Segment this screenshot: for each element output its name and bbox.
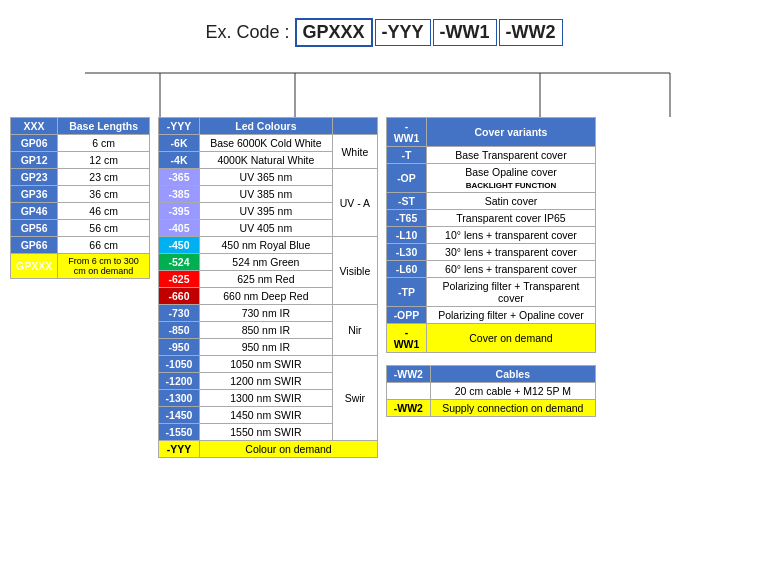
- ww1-sub: BACKLIGHT FUNCTION: [466, 181, 557, 190]
- ww1-section: -WW1 Cover variants -T Base Transparent …: [386, 117, 596, 417]
- main-content: XXX Base Lengths GP06 6 cm GP12 12 cm GP…: [10, 117, 758, 458]
- connector-lines: [10, 65, 758, 117]
- ww1-desc: Satin cover: [426, 193, 595, 210]
- yyy-desc: 850 nm IR: [200, 322, 333, 339]
- ww1-desc: Base Transparent cover: [426, 147, 595, 164]
- ww1-code: -OPP: [387, 307, 427, 324]
- yyy-desc: UV 395 nm: [200, 203, 333, 220]
- yyy-section: -YYY Led Colours -6K Base 6000K Cold Whi…: [158, 117, 378, 458]
- table-row: -TP Polarizing filter + Transparent cove…: [387, 278, 596, 307]
- yyy-category: Nir: [332, 305, 377, 356]
- ww1-code: -L10: [387, 227, 427, 244]
- xxx-code-demand: GPXXX: [11, 254, 58, 279]
- ww1-code: -T65: [387, 210, 427, 227]
- yyy-desc: 660 nm Deep Red: [200, 288, 333, 305]
- yyy-category: UV - A: [332, 169, 377, 237]
- ww2-desc-demand: Supply connection on demand: [430, 400, 595, 417]
- section-gap: [386, 353, 596, 365]
- yyy-desc: 1550 nm SWIR: [200, 424, 333, 441]
- yyy-code: -4K: [159, 152, 200, 169]
- xxx-table: XXX Base Lengths GP06 6 cm GP12 12 cm GP…: [10, 117, 150, 279]
- table-row: GP66 66 cm: [11, 237, 150, 254]
- xxx-col2-header: Base Lengths: [58, 118, 150, 135]
- ww2-table: -WW2 Cables 20 cm cable + M12 5P M -WW2 …: [386, 365, 596, 417]
- yyy-desc-demand: Colour on demand: [200, 441, 378, 458]
- yyy-desc: 730 nm IR: [200, 305, 333, 322]
- yyy-code: -730: [159, 305, 200, 322]
- yyy-code-demand: -YYY: [159, 441, 200, 458]
- table-row: -L60 60° lens + transparent cover: [387, 261, 596, 278]
- yyy-table: -YYY Led Colours -6K Base 6000K Cold Whi…: [158, 117, 378, 458]
- yyy-desc: 4000K Natural White: [200, 152, 333, 169]
- yyy-code: -385: [159, 186, 200, 203]
- table-row: -WW1 Cover on demand: [387, 324, 596, 353]
- yyy-desc: UV 365 nm: [200, 169, 333, 186]
- yyy-code: -1450: [159, 407, 200, 424]
- ww1-code: -L30: [387, 244, 427, 261]
- yyy-col2-header: Led Colours: [200, 118, 333, 135]
- table-row: 20 cm cable + M12 5P M: [387, 383, 596, 400]
- xxx-desc: 6 cm: [58, 135, 150, 152]
- ww1-desc: Polarizing filter + Transparent cover: [426, 278, 595, 307]
- xxx-desc-demand: From 6 cm to 300 cm on demand: [58, 254, 150, 279]
- xxx-code: GP36: [11, 186, 58, 203]
- ww1-desc: Polarizing filter + Opaline cover: [426, 307, 595, 324]
- ww1-desc: 60° lens + transparent cover: [426, 261, 595, 278]
- xxx-section: XXX Base Lengths GP06 6 cm GP12 12 cm GP…: [10, 117, 150, 279]
- table-row: GPXXX From 6 cm to 300 cm on demand: [11, 254, 150, 279]
- table-row: -OP Base Opaline coverBACKLIGHT FUNCTION: [387, 164, 596, 193]
- yyy-code: -1300: [159, 390, 200, 407]
- table-row: -6K Base 6000K Cold White White: [159, 135, 378, 152]
- yyy-code: -395: [159, 203, 200, 220]
- table-row: GP46 46 cm: [11, 203, 150, 220]
- yyy-desc: 1300 nm SWIR: [200, 390, 333, 407]
- yyy-code: -405: [159, 220, 200, 237]
- table-row: GP12 12 cm: [11, 152, 150, 169]
- table-row: -L10 10° lens + transparent cover: [387, 227, 596, 244]
- yyy-code: -1050: [159, 356, 200, 373]
- yyy-code: -625: [159, 271, 200, 288]
- yyy-code: -6K: [159, 135, 200, 152]
- ww1-col2-header: Cover variants: [426, 118, 595, 147]
- ww1-code: -OP: [387, 164, 427, 193]
- yyy-desc: 1200 nm SWIR: [200, 373, 333, 390]
- yyy-desc: UV 385 nm: [200, 186, 333, 203]
- yyy-code: -1200: [159, 373, 200, 390]
- code-seg1: -YYY: [375, 19, 431, 46]
- yyy-col3-header: [332, 118, 377, 135]
- xxx-desc: 23 cm: [58, 169, 150, 186]
- yyy-desc: UV 405 nm: [200, 220, 333, 237]
- ww1-code: -ST: [387, 193, 427, 210]
- yyy-desc: 524 nm Green: [200, 254, 333, 271]
- yyy-col1-header: -YYY: [159, 118, 200, 135]
- yyy-desc: 950 nm IR: [200, 339, 333, 356]
- xxx-code: GP06: [11, 135, 58, 152]
- ww1-desc: 10° lens + transparent cover: [426, 227, 595, 244]
- ww1-col1-header: -WW1: [387, 118, 427, 147]
- yyy-desc: 450 nm Royal Blue: [200, 237, 333, 254]
- yyy-code: -660: [159, 288, 200, 305]
- ww1-code: -T: [387, 147, 427, 164]
- ww1-table: -WW1 Cover variants -T Base Transparent …: [386, 117, 596, 353]
- table-row: -730 730 nm IR Nir: [159, 305, 378, 322]
- table-row: GP06 6 cm: [11, 135, 150, 152]
- xxx-desc: 66 cm: [58, 237, 150, 254]
- table-row: -T65 Transparent cover IP65: [387, 210, 596, 227]
- ww1-code: -TP: [387, 278, 427, 307]
- xxx-desc: 36 cm: [58, 186, 150, 203]
- table-row: GP36 36 cm: [11, 186, 150, 203]
- xxx-code: GP56: [11, 220, 58, 237]
- ww2-col2-header: Cables: [430, 366, 595, 383]
- table-row: GP23 23 cm: [11, 169, 150, 186]
- xxx-code: GP23: [11, 169, 58, 186]
- xxx-desc: 12 cm: [58, 152, 150, 169]
- xxx-desc: 46 cm: [58, 203, 150, 220]
- table-row: -L30 30° lens + transparent cover: [387, 244, 596, 261]
- ww1-desc-demand: Cover on demand: [426, 324, 595, 353]
- yyy-category: Swir: [332, 356, 377, 441]
- ww2-col1-header: -WW2: [387, 366, 431, 383]
- yyy-desc: 1050 nm SWIR: [200, 356, 333, 373]
- yyy-desc: 1450 nm SWIR: [200, 407, 333, 424]
- yyy-code: -1550: [159, 424, 200, 441]
- xxx-code: GP66: [11, 237, 58, 254]
